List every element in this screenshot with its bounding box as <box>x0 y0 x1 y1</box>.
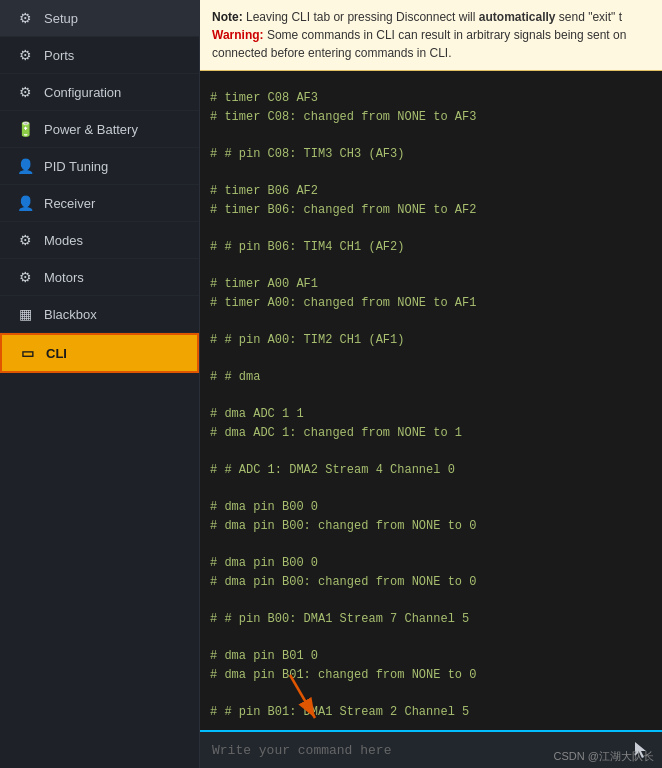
cli-line <box>210 220 652 239</box>
sidebar-item-receiver[interactable]: 👤Receiver <box>0 185 199 222</box>
cli-line: # # pin C08: TIM3 CH3 (AF3) <box>210 145 652 164</box>
cli-line: # # pin B01: DMA1 Stream 2 Channel 5 <box>210 703 652 722</box>
cli-line <box>210 629 652 648</box>
note-text2: send "exit" t <box>556 10 623 24</box>
ports-icon: ⚙ <box>16 47 34 63</box>
cli-line: # dma pin B00: changed from NONE to 0 <box>210 517 652 536</box>
cli-line: # # pin B00: DMA1 Stream 7 Channel 5 <box>210 610 652 629</box>
cli-line: # dma pin B00 0 <box>210 554 652 573</box>
cli-line: # dma pin B00: changed from NONE to 0 <box>210 573 652 592</box>
cli-line: # dma ADC 1 1 <box>210 405 652 424</box>
sidebar-item-blackbox[interactable]: ▦Blackbox <box>0 296 199 333</box>
sidebar-item-configuration[interactable]: ⚙Configuration <box>0 74 199 111</box>
cli-line: # dma ADC 1: changed from NONE to 1 <box>210 424 652 443</box>
cli-line <box>210 164 652 183</box>
sidebar-item-pid-tuning[interactable]: 👤PID Tuning <box>0 148 199 185</box>
watermark: CSDN @江湖大队长 <box>554 749 654 764</box>
modes-icon: ⚙ <box>16 232 34 248</box>
cli-output: # timer B01: changed from NONE to AF2 # … <box>200 71 662 730</box>
cli-line <box>210 71 652 89</box>
sidebar-item-modes[interactable]: ⚙Modes <box>0 222 199 259</box>
cli-line: # timer A00: changed from NONE to AF1 <box>210 294 652 313</box>
configuration-icon: ⚙ <box>16 84 34 100</box>
sidebar-label-modes: Modes <box>44 233 83 248</box>
sidebar-label-configuration: Configuration <box>44 85 121 100</box>
cli-line <box>210 684 652 703</box>
cli-line <box>210 350 652 369</box>
main-panel: Note: Leaving CLI tab or pressing Discon… <box>200 0 662 768</box>
blackbox-icon: ▦ <box>16 306 34 322</box>
auto-text: automatically <box>479 10 556 24</box>
sidebar-label-setup: Setup <box>44 11 78 26</box>
pid-tuning-icon: 👤 <box>16 158 34 174</box>
cli-line <box>210 312 652 331</box>
sidebar-item-power-battery[interactable]: 🔋Power & Battery <box>0 111 199 148</box>
warning-text: Some commands in CLI can result in arbit… <box>264 28 627 42</box>
setup-icon: ⚙ <box>16 10 34 26</box>
sidebar-label-power-battery: Power & Battery <box>44 122 138 137</box>
cli-line: # # pin B06: TIM4 CH1 (AF2) <box>210 238 652 257</box>
warning-label: Warning: <box>212 28 264 42</box>
sidebar-item-cli[interactable]: ▭CLI <box>0 333 199 373</box>
cli-line <box>210 257 652 276</box>
sidebar-item-motors[interactable]: ⚙Motors <box>0 259 199 296</box>
cli-line <box>210 536 652 555</box>
cli-line: # timer A00 AF1 <box>210 275 652 294</box>
warning-text2: connected before entering commands in CL… <box>212 46 451 60</box>
note-text: Leaving CLI tab or pressing Disconnect w… <box>243 10 479 24</box>
power-battery-icon: 🔋 <box>16 121 34 137</box>
cli-line <box>210 480 652 499</box>
sidebar-label-receiver: Receiver <box>44 196 95 211</box>
sidebar: ⚙Setup⚙Ports⚙Configuration🔋Power & Batte… <box>0 0 200 768</box>
cli-icon: ▭ <box>18 345 36 361</box>
receiver-icon: 👤 <box>16 195 34 211</box>
sidebar-label-ports: Ports <box>44 48 74 63</box>
sidebar-label-blackbox: Blackbox <box>44 307 97 322</box>
cli-line <box>210 387 652 406</box>
motors-icon: ⚙ <box>16 269 34 285</box>
warning-banner: Note: Leaving CLI tab or pressing Discon… <box>200 0 662 71</box>
cli-line: # timer C08: changed from NONE to AF3 <box>210 108 652 127</box>
sidebar-label-pid-tuning: PID Tuning <box>44 159 108 174</box>
cli-line <box>210 127 652 146</box>
cli-line: # timer B06 AF2 <box>210 182 652 201</box>
note-label: Note: <box>212 10 243 24</box>
cli-line: # timer C08 AF3 <box>210 89 652 108</box>
cli-line: # dma pin B01 0 <box>210 647 652 666</box>
sidebar-label-motors: Motors <box>44 270 84 285</box>
sidebar-item-setup[interactable]: ⚙Setup <box>0 0 199 37</box>
sidebar-label-cli: CLI <box>46 346 67 361</box>
cli-line <box>210 591 652 610</box>
cli-line: # timer B06: changed from NONE to AF2 <box>210 201 652 220</box>
cli-line: # dma pin B00 0 <box>210 498 652 517</box>
cli-line: # dma pin B01: changed from NONE to 0 <box>210 666 652 685</box>
cli-line: # # ADC 1: DMA2 Stream 4 Channel 0 <box>210 461 652 480</box>
sidebar-item-ports[interactable]: ⚙Ports <box>0 37 199 74</box>
cli-line <box>210 443 652 462</box>
cli-line: # # pin A00: TIM2 CH1 (AF1) <box>210 331 652 350</box>
cli-line: # # dma <box>210 368 652 387</box>
